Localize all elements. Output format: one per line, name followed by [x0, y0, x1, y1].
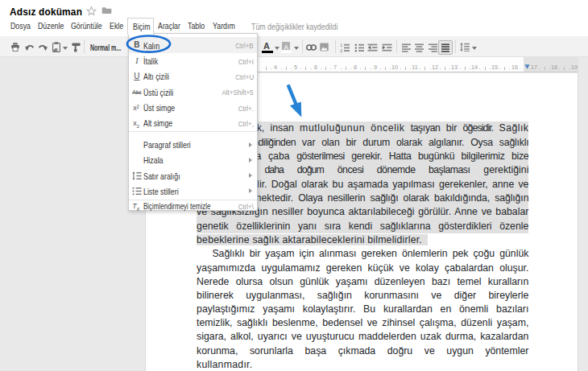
- svg-text:1: 1: [341, 43, 343, 47]
- svg-text:2: 2: [341, 48, 343, 52]
